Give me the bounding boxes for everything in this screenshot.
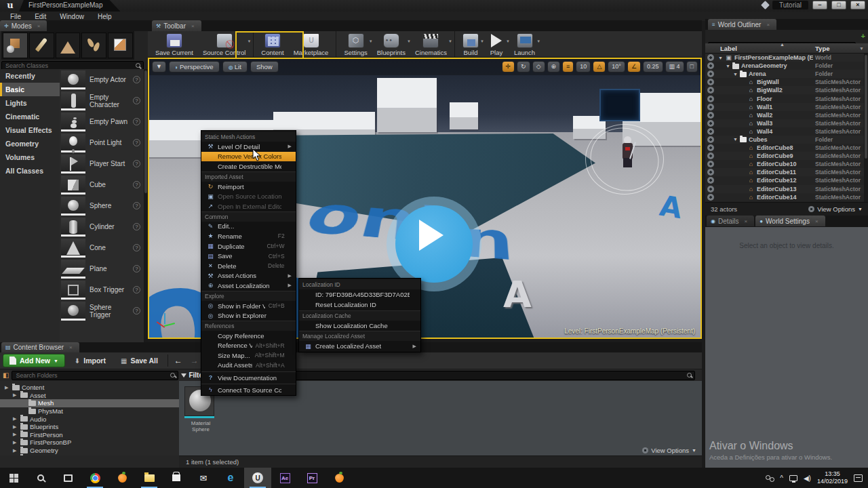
details-tab[interactable]: ◉Details× [707, 216, 754, 226]
placeable-actor[interactable]: Empty Pawn ? [60, 111, 144, 132]
visibility-eye-icon[interactable] [707, 54, 714, 61]
grid-snap-value[interactable]: 10 [576, 61, 591, 73]
folder-tree-row[interactable]: ▶ Asset [0, 392, 179, 400]
video-play-overlay[interactable] [387, 197, 481, 291]
visibility-eye-icon[interactable] [707, 87, 714, 94]
search-folders-input[interactable] [12, 371, 178, 380]
outliner-scrollbar[interactable] [864, 54, 868, 202]
outliner-row[interactable]: ▼ Wall2 StaticMeshActor [705, 111, 864, 119]
taskbar-app[interactable] [27, 468, 54, 488]
context-menu-entry[interactable]: Edit... ▶ [201, 222, 296, 232]
submenu-entry[interactable]: Localization ID ▶ [299, 279, 420, 289]
context-menu-entry[interactable]: Size Map... Alt+Shift+M ▶ [201, 350, 296, 361]
context-menu-entry[interactable]: Asset Actions ▶ [201, 271, 296, 281]
outliner-row[interactable]: ▼ Cubes Folder [705, 136, 864, 144]
placeable-actor[interactable]: Plane ? [60, 258, 144, 279]
add-filter-icon[interactable]: + [861, 32, 865, 40]
help-icon[interactable]: ? [133, 202, 140, 209]
toolbar-button[interactable]: Blueprints ▼ [372, 31, 410, 58]
submenu-entry[interactable]: Show Localization Cache ▶ [299, 321, 420, 331]
toolbar-button[interactable]: Settings ▼ [336, 31, 372, 58]
save-all-button[interactable]: ▦Save All [115, 355, 163, 366]
visibility-eye-icon[interactable] [707, 128, 714, 135]
context-menu-entry[interactable]: Copy Reference ▶ [201, 331, 296, 341]
expand-arrow-icon[interactable]: ▼ [733, 72, 738, 77]
placeable-actor[interactable]: Cube ? [60, 174, 144, 195]
outliner-row[interactable]: ▼ EditorCube11 StaticMeshActor [705, 168, 864, 176]
geometry-mode-button[interactable] [108, 33, 133, 58]
expand-arrow-icon[interactable]: ▶ [13, 424, 18, 430]
menu-item[interactable]: File [4, 12, 27, 21]
help-icon[interactable]: ? [133, 223, 140, 230]
outliner-row[interactable]: ▼ EditorCube8 StaticMeshActor [705, 144, 864, 152]
help-icon[interactable]: ? [133, 160, 140, 167]
viewport-options-button[interactable]: ▼ [152, 61, 166, 73]
taskbar-app[interactable]: e [217, 468, 244, 488]
back-button[interactable]: ← [172, 356, 184, 365]
help-icon[interactable]: ? [133, 97, 140, 104]
outliner-row[interactable]: ▼ FirstPersonExampleMap (Editor) World [705, 54, 864, 62]
scale-snap-toggle[interactable]: ∠ [627, 61, 641, 73]
visibility-eye-icon[interactable] [707, 96, 714, 102]
grid-snap-toggle[interactable]: ≡ [562, 61, 574, 73]
toolbar-button[interactable]: Marketplace ▼ [289, 31, 334, 58]
expand-arrow-icon[interactable]: ▶ [13, 448, 18, 453]
folder-tree-row[interactable]: ▶ FirstPerson [0, 431, 179, 439]
submenu-entry[interactable]: Manage Localized Asset ▶ [299, 331, 420, 341]
help-icon[interactable]: ? [133, 118, 140, 125]
scale-snap-value[interactable]: 0.25 [643, 61, 663, 73]
toolbar-button[interactable]: Source Control ▼ [198, 31, 250, 58]
rotate-tool-button[interactable]: ↻ [517, 61, 530, 73]
folder-tree-row[interactable]: ▶ Blueprints [0, 423, 179, 431]
outliner-row[interactable]: ▼ EditorCube14 StaticMeshActor [705, 193, 864, 201]
category-item[interactable]: All Classes [0, 164, 60, 178]
expand-arrow-icon[interactable]: ▶ [13, 416, 18, 422]
outliner-row[interactable]: ▼ EditorCube10 StaticMeshActor [705, 160, 864, 168]
placeable-actor[interactable]: Player Start ? [60, 153, 144, 174]
visibility-eye-icon[interactable] [707, 70, 714, 77]
maximize-button[interactable]: □ [831, 1, 846, 9]
toolbar-button[interactable]: Play ▼ [484, 31, 509, 58]
taskbar-app[interactable] [108, 468, 136, 488]
context-menu-entry[interactable]: Reference Viewer... Alt+Shift+R ▶ [201, 341, 296, 351]
angle-snap-toggle[interactable]: △ [593, 61, 606, 73]
menu-item[interactable]: Edit [28, 12, 52, 21]
action-center-icon[interactable] [854, 474, 863, 482]
outliner-view-options-button[interactable]: View Options▼ [808, 205, 863, 213]
visibility-eye-icon[interactable] [707, 152, 714, 159]
camera-speed-button[interactable]: ▥ 4 [665, 61, 684, 73]
outliner-row[interactable]: ▼ Floor StaticMeshActor [705, 94, 864, 102]
context-menu-entry[interactable]: Delete Delete ▶ [201, 261, 296, 271]
hidden-icons-chevron[interactable]: ^ [780, 474, 783, 482]
expand-arrow-icon[interactable]: ▶ [13, 440, 18, 445]
expand-arrow-icon[interactable]: ▶ [13, 432, 18, 437]
taskbar-app[interactable] [163, 468, 190, 488]
import-button[interactable]: ⬇Import [69, 355, 111, 366]
context-menu-entry[interactable]: Remove Vertex Colors ▶ [201, 152, 296, 162]
world-settings-tab[interactable]: ●World Settings× [755, 216, 825, 226]
world-local-toggle[interactable]: ⊕ [547, 61, 561, 73]
map-tab[interactable]: FirstPersonExampleMap [19, 0, 120, 12]
taskbar-app[interactable] [0, 468, 27, 488]
world-outliner-tab[interactable]: ≡World Outliner× [708, 19, 776, 30]
translate-tool-button[interactable]: ✛ [502, 61, 515, 73]
visibility-eye-icon[interactable] [707, 194, 714, 201]
people-icon[interactable] [766, 475, 774, 481]
folder-tree-row[interactable]: ▶ Geometry [0, 447, 179, 455]
landscape-mode-button[interactable] [56, 33, 81, 58]
help-icon[interactable]: ? [133, 139, 140, 146]
context-menu-entry[interactable]: Level Of Detail ▶ [201, 142, 296, 152]
foliage-mode-button[interactable] [81, 33, 106, 58]
submenu-entry[interactable]: Create Localized Asset ▶ [299, 341, 420, 351]
folder-tree-row[interactable]: ▶ Mesh [0, 399, 179, 407]
character-mesh[interactable] [618, 136, 636, 171]
toolbar-button[interactable]: Build ▼ [454, 31, 484, 58]
scale-tool-button[interactable]: ◇ [532, 61, 545, 73]
taskbar-app[interactable] [326, 468, 353, 488]
context-menu-entry[interactable]: Open Source Location ▶ [201, 191, 296, 201]
context-menu-entry[interactable]: Asset Localization ▶ [201, 281, 296, 291]
outliner-row[interactable]: ▼ Arena Folder [705, 70, 864, 78]
taskbar-app[interactable] [136, 468, 163, 488]
maximize-viewport-button[interactable]: □ [686, 61, 698, 73]
category-item[interactable]: Cinematic [0, 110, 60, 123]
